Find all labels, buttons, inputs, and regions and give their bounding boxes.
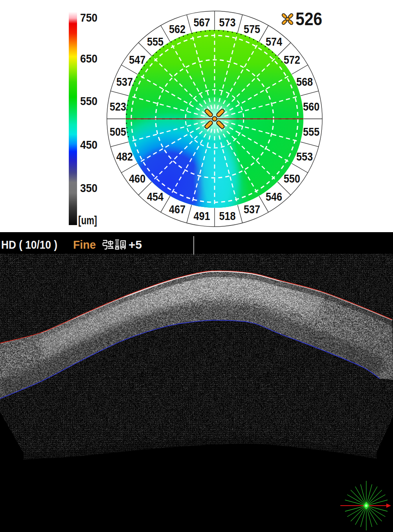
svg-text:460: 460 [129, 172, 145, 185]
svg-text:518: 518 [219, 209, 235, 222]
svg-text:567: 567 [194, 16, 210, 29]
svg-text:482: 482 [116, 150, 133, 163]
svg-text:491: 491 [194, 209, 210, 222]
svg-text:350: 350 [80, 181, 97, 194]
svg-text:454: 454 [147, 190, 163, 203]
svg-text:467: 467 [169, 203, 185, 216]
svg-text:650: 650 [80, 52, 97, 65]
svg-text:537: 537 [244, 203, 260, 216]
svg-text:[um]: [um] [78, 214, 97, 227]
svg-text:505: 505 [110, 125, 126, 138]
svg-text:555: 555 [303, 125, 320, 138]
svg-text:526: 526 [296, 8, 322, 29]
svg-text:555: 555 [147, 35, 163, 48]
svg-text:550: 550 [284, 172, 300, 185]
svg-text:523: 523 [110, 100, 126, 113]
svg-text:562: 562 [169, 22, 185, 35]
svg-text:750: 750 [80, 11, 97, 24]
svg-text:568: 568 [296, 75, 313, 88]
svg-text:+5: +5 [129, 238, 142, 251]
svg-text:574: 574 [266, 35, 282, 48]
svg-text:560: 560 [303, 100, 320, 113]
svg-text:572: 572 [284, 53, 300, 66]
svg-text:546: 546 [266, 190, 282, 203]
svg-text:573: 573 [219, 16, 235, 29]
svg-text:450: 450 [80, 138, 97, 151]
svg-text:550: 550 [80, 94, 97, 107]
svg-text:Fine: Fine [73, 238, 96, 251]
svg-text:553: 553 [296, 150, 313, 163]
svg-text:HD ( 10/10 ): HD ( 10/10 ) [1, 238, 57, 251]
svg-text:547: 547 [129, 53, 145, 66]
svg-text:537: 537 [116, 75, 133, 88]
svg-text:575: 575 [244, 22, 260, 35]
